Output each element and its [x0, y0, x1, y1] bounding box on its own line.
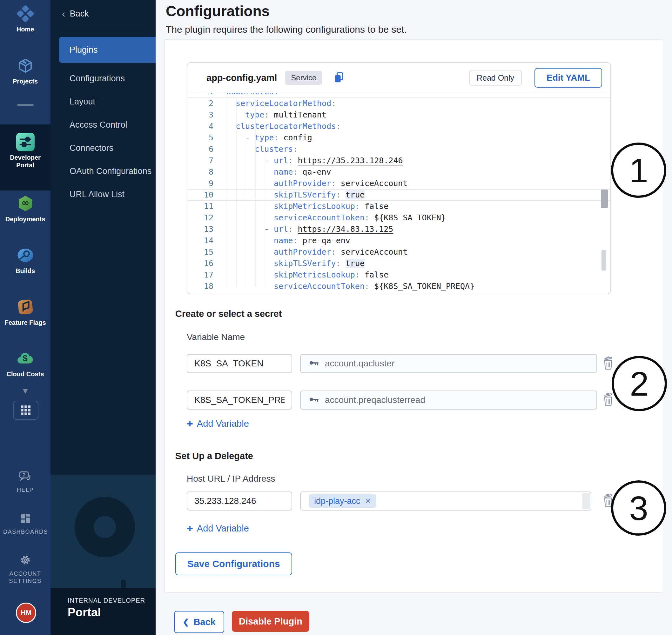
indent-guide	[236, 98, 237, 287]
edit-yaml-button[interactable]: Edit YAML	[535, 68, 602, 88]
sidebar-item-cloud-costs[interactable]: $Cloud Costs	[0, 349, 50, 378]
key-icon	[308, 395, 320, 406]
builds-icon	[16, 246, 35, 264]
indent-guide	[227, 98, 227, 287]
svg-text:?: ?	[22, 473, 25, 478]
secret-reference: account.qacluster	[325, 358, 394, 369]
add-variable-label: Add Variable	[197, 523, 249, 534]
copy-icon[interactable]	[333, 71, 345, 84]
secret-section-title: Create or select a secret	[175, 309, 282, 319]
sidebar-item-label: Cloud Costs	[0, 370, 50, 378]
avatar[interactable]: HM	[16, 603, 36, 623]
host-url-input[interactable]	[187, 491, 292, 510]
line-number: 11	[187, 201, 213, 212]
sidebar-footer-help[interactable]: ?HELP	[0, 470, 50, 494]
sidebar-footer-label: HELP	[0, 486, 50, 494]
code-line-18: 18serviceAccountToken: ${K8S_SA_TOKEN_PR…	[187, 281, 610, 292]
sidebar-item-label: Projects	[0, 78, 50, 85]
menu-item-configurations[interactable]: Configurations	[50, 67, 156, 90]
line-number: 3	[187, 109, 213, 121]
back-button-label: Back	[193, 617, 215, 627]
disable-plugin-button[interactable]: Disable Plugin	[232, 611, 309, 632]
code-line-7: 7- url: https://35.233.128.246	[187, 155, 610, 167]
divider	[60, 32, 147, 32]
back-link[interactable]: ‹ Back	[62, 9, 89, 19]
key-icon	[308, 358, 320, 369]
gear-icon	[0, 553, 50, 568]
yaml-filename: app-config.yaml	[207, 73, 277, 83]
sidebar-item-deployments[interactable]: ∞Deployments	[0, 194, 50, 223]
sidebar-footer-label: DASHBOARDS	[0, 528, 50, 535]
cloud-costs-icon: $	[16, 349, 35, 368]
save-configurations-button[interactable]: Save Configurations	[175, 552, 292, 575]
grid-icon	[19, 404, 32, 417]
add-delegate-variable-button[interactable]: + Add Variable	[187, 523, 249, 534]
code-line-13: 13- url: https://34.83.13.125	[187, 223, 610, 235]
annotation-circle-3: 3	[611, 480, 666, 535]
sidebar-footer-dashboards[interactable]: DASHBOARDS	[0, 512, 50, 535]
indent-guide	[246, 98, 246, 287]
remove-tag-icon[interactable]: ✕	[365, 497, 371, 505]
module-grid-button[interactable]	[13, 401, 39, 420]
secret-selector[interactable]: account.preqaclusterread	[300, 391, 597, 410]
menu-item-plugins[interactable]: Plugins	[59, 37, 156, 63]
line-number: 1	[187, 93, 213, 97]
line-number: 13	[187, 223, 213, 235]
code-line-6: 6clusters:	[187, 144, 610, 155]
indent-guide	[265, 98, 265, 287]
sidebar-item-label: Deployments	[0, 215, 50, 223]
yaml-editor-panel: app-config.yaml Service Read Only Edit Y…	[187, 62, 611, 294]
sidebar-item-projects[interactable]: Projects	[0, 57, 50, 85]
delete-variable-button[interactable]	[602, 392, 615, 408]
sidebar-footer-label: ACCOUNT SETTINGS	[0, 570, 50, 585]
menu-item-url-allow-list[interactable]: URL Allow List	[50, 183, 156, 205]
read-only-badge: Read Only	[469, 70, 522, 86]
code-line-14: 14name: pre-qa-env	[187, 235, 610, 246]
scrollbar-thumb[interactable]	[601, 190, 608, 208]
line-number: 9	[187, 178, 213, 189]
secret-selector[interactable]: account.qacluster	[300, 354, 597, 373]
help-chat-icon: ?	[0, 470, 50, 484]
sidebar-item-label: Builds	[0, 267, 50, 275]
product-name-line1: INTERNAL DEVELOPER	[68, 597, 145, 604]
menu-item-layout[interactable]: Layout	[50, 90, 156, 113]
line-number: 15	[187, 246, 213, 258]
menu-item-oauth-configurations[interactable]: OAuth Configurations	[50, 160, 156, 182]
sidebar-item-developer-portal[interactable]: Developer Portal	[0, 125, 50, 191]
primary-sidebar: HomeProjectsDeveloper Portal∞Deployments…	[0, 0, 50, 635]
sidebar-item-label: Home	[0, 25, 50, 33]
sidebar-footer-account-settings[interactable]: ACCOUNT SETTINGS	[0, 553, 50, 585]
sidebar-item-feature-flags[interactable]: Feature Flags	[0, 298, 50, 326]
variable-name-input[interactable]	[187, 391, 292, 410]
chevron-left-icon: ❮	[182, 617, 189, 627]
menu-item-connectors[interactable]: Connectors	[50, 137, 156, 159]
annotation-circle-2: 2	[612, 356, 667, 411]
chevron-down-icon[interactable]: ▼	[0, 386, 50, 396]
delegate-section-title: Set Up a Delegate	[175, 451, 253, 461]
code-line-1: 1kubernetes:	[187, 93, 610, 98]
code-line-15: 15authProvider: serviceAccount	[187, 246, 610, 258]
sidebar-item-builds[interactable]: Builds	[0, 246, 50, 275]
delegate-selector[interactable]: idp-play-acc ✕	[300, 491, 591, 510]
line-number: 8	[187, 167, 213, 178]
sidebar-item-home[interactable]: Home	[0, 4, 50, 33]
decorative-ring	[74, 497, 135, 557]
code-editor[interactable]: 1kubernetes:2serviceLocatorMethod:3type:…	[187, 93, 610, 293]
variable-name-input[interactable]	[187, 354, 292, 373]
line-number: 10	[187, 189, 213, 201]
add-variable-button[interactable]: + Add Variable	[187, 418, 249, 429]
plus-icon: +	[187, 524, 193, 533]
delete-variable-button[interactable]	[602, 356, 615, 371]
line-number: 18	[187, 281, 213, 292]
product-name-line2: Portal	[68, 606, 101, 619]
scrollbar-decoration	[602, 250, 606, 270]
line-number: 12	[187, 212, 213, 223]
menu-item-access-control[interactable]: Access Control	[50, 114, 156, 136]
sidebar-item-label: Developer Portal	[0, 154, 50, 169]
plus-icon: +	[187, 419, 193, 428]
code-line-16: 16skipTLSVerify: true	[187, 258, 610, 269]
add-variable-label: Add Variable	[197, 418, 249, 429]
line-number: 14	[187, 235, 213, 246]
back-button[interactable]: ❮ Back	[174, 611, 224, 633]
chevron-left-icon: ‹	[62, 9, 65, 18]
